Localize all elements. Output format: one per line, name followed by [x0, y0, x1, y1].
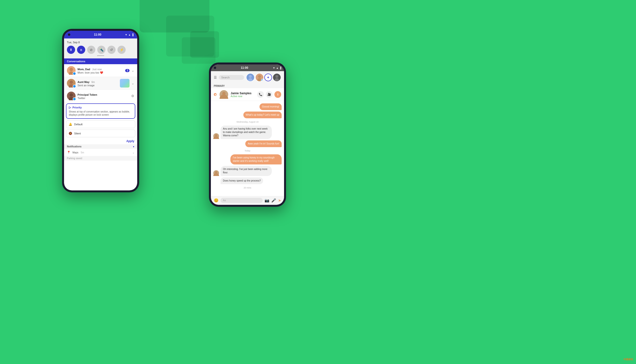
- rotate-toggle[interactable]: ↺: [107, 46, 116, 54]
- phone-right: 11:00 ▼ ▲ ▐ ☰ Search +: [209, 62, 286, 207]
- msg-sent-4: I've been using honey in my sourdough st…: [230, 154, 282, 164]
- default-label: Default: [74, 123, 83, 126]
- expand-maps[interactable]: ⌄: [132, 151, 134, 154]
- notifications-toggle[interactable]: ●: [133, 145, 134, 148]
- bg-deco-right1: [190, 31, 219, 58]
- mom-dad-time: Just now: [92, 68, 102, 71]
- mom-dad-name: Mom, Dad: [78, 68, 90, 71]
- msg-sent-1: Goood morning!: [260, 104, 282, 110]
- principal-content: Principal Toben Twitter: [78, 92, 129, 100]
- chat-messages-area: Goood morning! What's up today? Let's me…: [211, 101, 284, 196]
- info-button[interactable]: ℹ: [274, 91, 281, 98]
- msg-received-wrapper-3: Does honey speed up the process?: [213, 178, 282, 184]
- maps-parking-text: Parking saved: [64, 156, 137, 160]
- flashlight-toggle[interactable]: 🔦: [97, 46, 105, 54]
- chat-contact-name: Jamie Samples: [231, 92, 255, 95]
- priority-popup[interactable]: ▷ Priority Shows at top of conversation …: [66, 104, 135, 119]
- search-bar[interactable]: Search: [219, 75, 244, 80]
- left-status-dot: [68, 34, 70, 36]
- svg-point-13: [222, 92, 226, 95]
- svg-point-11: [275, 78, 279, 81]
- svg-point-15: [215, 134, 217, 136]
- mom-dad-message: Mom: love you too ❤️: [78, 71, 123, 74]
- send-icon[interactable]: ➤: [278, 198, 281, 203]
- rotate-icon: ↺: [110, 48, 113, 52]
- right-wifi-icon: ▼: [273, 66, 275, 69]
- dnd-toggle[interactable]: ⊘: [87, 46, 95, 54]
- story-avatar-3[interactable]: [273, 73, 281, 82]
- chat-contact-avatar: [220, 90, 228, 99]
- wifi-icon: ▼: [125, 34, 127, 36]
- emoji-icon[interactable]: 😊: [214, 198, 219, 203]
- svg-point-10: [275, 75, 278, 78]
- signal-icon: ▲: [128, 34, 131, 36]
- msg-received-2: Oh interesting. I've just been adding mo…: [221, 166, 272, 176]
- battery-saver-toggle[interactable]: ⚡: [117, 46, 126, 54]
- conversation-principal[interactable]: Principal Toben Twitter ⚙: [64, 90, 137, 102]
- right-signal-icon: ▲: [276, 66, 279, 69]
- info-icon: ℹ: [277, 93, 279, 96]
- battery-icon: ▐: [132, 34, 133, 36]
- qs-icons-row: ⬆ ʙ ⊘ 🔦 ↺ ⚡: [67, 46, 134, 54]
- aunt-may-avatar: [67, 79, 76, 88]
- add-story-button[interactable]: +: [264, 74, 272, 81]
- messenger-badge: [73, 72, 76, 75]
- chat-contact-info: Jamie Samples Active now: [231, 92, 255, 98]
- maps-app: Maps: [72, 151, 78, 154]
- svg-point-0: [70, 68, 73, 71]
- chat-contact-status: Active now: [231, 95, 255, 98]
- conversation-aunt-may[interactable]: Aunt May 6m Sent an image ⌄: [64, 77, 137, 90]
- priority-icon: ▷: [69, 106, 71, 109]
- left-status-icons: ▼ ▲ ▐: [125, 34, 133, 36]
- left-status-time: 11:00: [94, 33, 101, 36]
- wifi-toggle[interactable]: ⬆: [67, 46, 75, 54]
- date-label-1: Wednesday, August 19: [213, 121, 282, 123]
- chat-text-input[interactable]: Aa: [221, 198, 263, 203]
- phone-call-button[interactable]: 📞: [257, 91, 264, 98]
- aunt-may-name: Aunt May: [78, 80, 90, 84]
- video-call-button[interactable]: 🎥: [266, 91, 273, 98]
- right-status-time: 11:00: [241, 66, 248, 70]
- default-option[interactable]: 🔔 Default: [66, 120, 135, 128]
- mic-icon[interactable]: 🎤: [271, 198, 276, 203]
- mom-dad-avatar: [67, 66, 76, 75]
- principal-name-row: Principal Toben: [78, 92, 129, 97]
- messaging-toolbar: ☰ Search +: [211, 71, 284, 84]
- priority-label: Priority: [72, 106, 82, 109]
- silent-option[interactable]: 🔕 Silent: [66, 130, 135, 137]
- msg-received-1: Anu and I are having folks over next wee…: [221, 126, 272, 139]
- right-status-bar: 11:00 ▼ ▲ ▐: [211, 64, 284, 71]
- priority-title: ▷ Priority: [69, 106, 132, 109]
- conversation-mom-dad[interactable]: Mom, Dad Just now Mom: love you too ❤️ 3…: [64, 64, 137, 77]
- watermark: 中国讲坊: [623, 358, 633, 361]
- settings-icon[interactable]: ⚙: [131, 94, 134, 98]
- received-avatar-2: [213, 170, 219, 176]
- date-label-2: Today: [213, 150, 282, 152]
- mom-dad-badge: 3: [125, 69, 129, 72]
- bluetooth-toggle[interactable]: ʙ: [77, 46, 85, 54]
- svg-point-6: [249, 75, 252, 78]
- story-avatars-row: +: [246, 73, 281, 82]
- maps-notification[interactable]: 📍 Maps 5m ⌄: [64, 149, 137, 156]
- camera-icon[interactable]: 📷: [265, 198, 269, 203]
- mom-dad-badge-indicator: [73, 72, 76, 75]
- bell-off-icon: 🔕: [69, 132, 72, 135]
- msg-received-wrapper-1: Anu and I are having folks over next wee…: [213, 126, 282, 139]
- msg-sent-3: Aww yeah I'm in! Sounds fun!: [245, 140, 282, 147]
- hamburger-menu-icon[interactable]: ☰: [214, 76, 217, 79]
- expand-aunt-may[interactable]: ⌄: [131, 81, 134, 85]
- time-label-1: 20 mins: [213, 186, 282, 189]
- story-avatar-1[interactable]: [246, 73, 255, 82]
- conversations-header: Conversations: [64, 58, 137, 64]
- aunt-may-content: Aunt May 6m Sent an image: [78, 80, 118, 87]
- apply-button[interactable]: Apply: [64, 138, 137, 144]
- expand-mom-dad[interactable]: ⌄: [131, 68, 134, 72]
- msg-received-wrapper-2: Oh interesting. I've just been adding mo…: [213, 166, 282, 176]
- aunt-may-image-thumb: [120, 79, 129, 88]
- story-avatar-2[interactable]: [255, 73, 264, 82]
- chat-input-placeholder: Aa: [223, 199, 226, 202]
- svg-point-4: [70, 93, 73, 97]
- aunt-may-message: Sent an image: [78, 84, 118, 87]
- aunt-may-badge-indicator: [73, 85, 76, 88]
- back-to-conversations[interactable]: ◀: [214, 93, 217, 96]
